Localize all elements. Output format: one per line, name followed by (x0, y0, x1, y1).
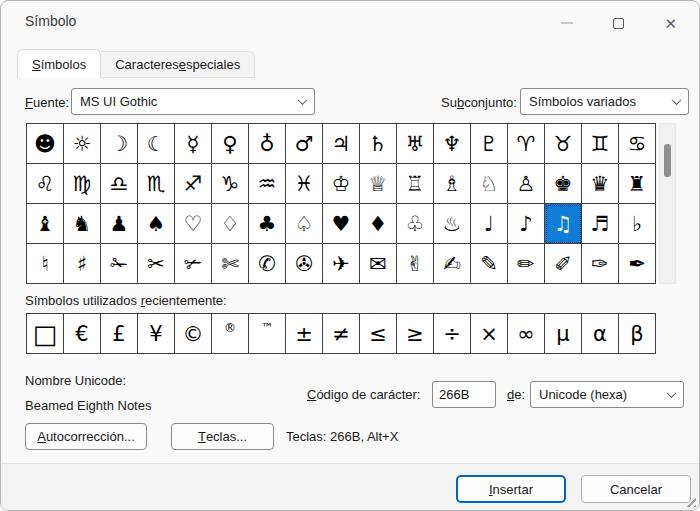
symbol-cell[interactable]: ♝ (27, 204, 64, 244)
recent-symbol-cell[interactable]: ® (212, 314, 249, 354)
symbol-cell[interactable]: ♄ (360, 124, 397, 164)
recent-symbol-cell[interactable]: α (582, 314, 619, 354)
symbol-cell[interactable]: ♁ (249, 124, 286, 164)
symbol-cell[interactable]: ♉ (545, 124, 582, 164)
symbol-cell[interactable]: ♎ (101, 164, 138, 204)
autocorrect-button[interactable]: Autocorrección... (25, 423, 147, 450)
symbol-cell[interactable]: ♅ (397, 124, 434, 164)
symbol-cell[interactable]: ✇ (286, 244, 323, 284)
recent-symbol-cell[interactable]: β (619, 314, 656, 354)
recent-symbol-cell[interactable]: ÷ (434, 314, 471, 354)
symbol-cell[interactable]: ♋ (619, 124, 656, 164)
symbol-cell[interactable]: ♘ (471, 164, 508, 204)
cancel-button[interactable]: Cancelar (581, 475, 691, 503)
symbol-cell[interactable]: ☻ (27, 124, 64, 164)
symbol-cell[interactable]: ✆ (249, 244, 286, 284)
font-select[interactable]: MS UI Gothic (71, 88, 315, 115)
symbol-cell[interactable]: ♜ (619, 164, 656, 204)
symbol-cell[interactable]: ♇ (471, 124, 508, 164)
symbol-cell[interactable]: ♠ (138, 204, 175, 244)
symbol-cell[interactable]: ☼ (64, 124, 101, 164)
recent-symbol-cell[interactable]: © (175, 314, 212, 354)
symbol-cell[interactable]: ✁ (101, 244, 138, 284)
symbol-cell[interactable]: ♨ (434, 204, 471, 244)
symbol-cell[interactable]: ✒ (619, 244, 656, 284)
symbol-cell[interactable]: ☿ (175, 124, 212, 164)
shortcut-key-button[interactable]: Teclas... (171, 423, 274, 450)
symbol-cell[interactable]: ♭ (619, 204, 656, 244)
symbol-cell[interactable]: ✐ (545, 244, 582, 284)
symbol-cell[interactable]: ♣ (249, 204, 286, 244)
symbol-cell[interactable]: ♟ (101, 204, 138, 244)
symbol-cell[interactable]: ♙ (508, 164, 545, 204)
symbol-cell[interactable]: ♛ (582, 164, 619, 204)
symbol-cell[interactable]: ♪ (508, 204, 545, 244)
symbol-cell[interactable]: ✉ (360, 244, 397, 284)
symbol-cell[interactable]: ♗ (434, 164, 471, 204)
recent-symbol-cell[interactable]: µ (545, 314, 582, 354)
scrollbar-thumb[interactable] (664, 144, 671, 177)
symbol-cell[interactable]: ♖ (397, 164, 434, 204)
grid-scrollbar[interactable] (659, 123, 676, 284)
recent-symbol-cell[interactable]: ± (286, 314, 323, 354)
maximize-icon[interactable] (613, 18, 624, 29)
tab-caracteres-especiales[interactable]: Caracteres especiales (101, 51, 255, 78)
symbol-cell[interactable]: ✌ (397, 244, 434, 284)
recent-symbol-cell[interactable]: ≤ (360, 314, 397, 354)
character-code-input[interactable] (432, 381, 496, 408)
symbol-cell[interactable]: ☾ (138, 124, 175, 164)
subset-select[interactable]: Símbolos variados (520, 88, 689, 115)
symbol-cell[interactable]: ♐ (175, 164, 212, 204)
symbol-cell[interactable]: ♥ (323, 204, 360, 244)
symbol-cell[interactable]: ♕ (360, 164, 397, 204)
symbol-cell[interactable]: ♒ (249, 164, 286, 204)
recent-symbol-cell[interactable]: € (64, 314, 101, 354)
recent-symbol-cell[interactable]: ≠ (323, 314, 360, 354)
shortcut-info-text: Teclas: 266B, Alt+X (286, 429, 398, 444)
symbol-cell[interactable]: ♫ (545, 204, 582, 244)
symbol-cell[interactable]: ✂ (138, 244, 175, 284)
symbol-cell[interactable]: ♑ (212, 164, 249, 204)
symbol-cell[interactable]: ♔ (323, 164, 360, 204)
recent-symbol-cell[interactable]: × (471, 314, 508, 354)
symbol-cell[interactable]: ♏ (138, 164, 175, 204)
symbol-cell[interactable]: ♈ (508, 124, 545, 164)
symbol-cell[interactable]: ♀ (212, 124, 249, 164)
symbol-cell[interactable]: ♤ (286, 204, 323, 244)
recent-symbol-cell[interactable]: ™ (249, 314, 286, 354)
recent-symbol-cell[interactable]: □ (27, 314, 64, 354)
symbol-cell[interactable]: ♆ (434, 124, 471, 164)
recent-symbol-cell[interactable]: £ (101, 314, 138, 354)
close-icon[interactable]: ✕ (664, 16, 677, 31)
symbol-cell[interactable]: ☽ (101, 124, 138, 164)
symbol-cell[interactable]: ✏ (508, 244, 545, 284)
insert-button[interactable]: Insertar (456, 475, 566, 503)
symbol-cell[interactable]: ✈ (323, 244, 360, 284)
symbol-cell[interactable]: ✃ (175, 244, 212, 284)
symbol-cell[interactable]: ♓ (286, 164, 323, 204)
symbol-cell[interactable]: ♮ (27, 244, 64, 284)
symbol-cell[interactable]: ♊ (582, 124, 619, 164)
symbol-cell[interactable]: ♯ (64, 244, 101, 284)
encoding-select[interactable]: Unicode (hexa) (530, 381, 684, 408)
symbol-cell[interactable]: ♌ (27, 164, 64, 204)
symbol-cell[interactable]: ♩ (471, 204, 508, 244)
symbol-cell[interactable]: ✄ (212, 244, 249, 284)
symbol-cell[interactable]: ♍ (64, 164, 101, 204)
symbol-cell[interactable]: ♡ (175, 204, 212, 244)
symbol-cell[interactable]: ♬ (582, 204, 619, 244)
symbol-cell[interactable]: ♢ (212, 204, 249, 244)
symbol-cell[interactable]: ♚ (545, 164, 582, 204)
recent-symbol-cell[interactable]: ∞ (508, 314, 545, 354)
tab-simbolos[interactable]: Símbolos (17, 49, 101, 78)
symbol-cell[interactable]: ✑ (582, 244, 619, 284)
symbol-cell[interactable]: ♦ (360, 204, 397, 244)
symbol-cell[interactable]: ✎ (471, 244, 508, 284)
symbol-cell[interactable]: ♞ (64, 204, 101, 244)
symbol-cell[interactable]: ♃ (323, 124, 360, 164)
recent-symbol-cell[interactable]: ¥ (138, 314, 175, 354)
recent-symbol-cell[interactable]: ≥ (397, 314, 434, 354)
symbol-cell[interactable]: ✍ (434, 244, 471, 284)
symbol-cell[interactable]: ♧ (397, 204, 434, 244)
symbol-cell[interactable]: ♂ (286, 124, 323, 164)
